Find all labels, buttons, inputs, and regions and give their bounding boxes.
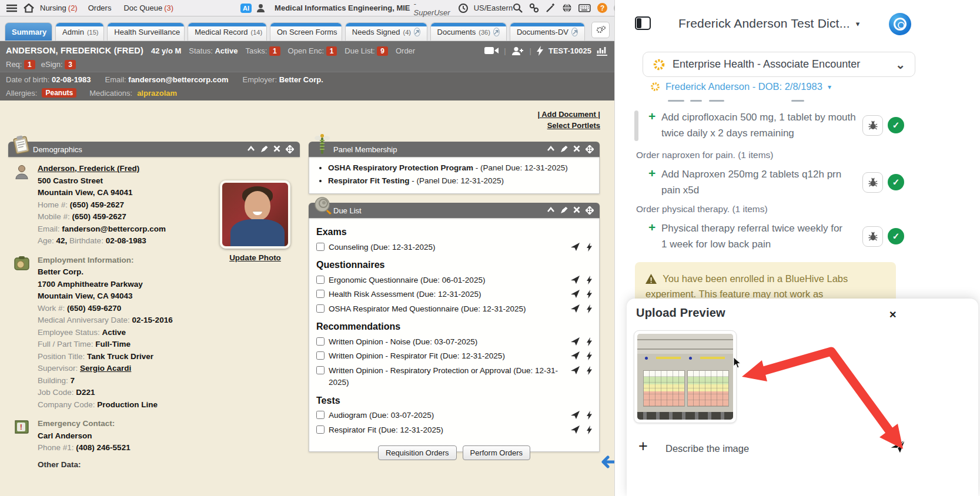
home-icon[interactable] bbox=[24, 4, 34, 13]
lightning-icon[interactable] bbox=[587, 243, 592, 252]
send-icon[interactable] bbox=[571, 351, 580, 360]
due-item-checkbox[interactable] bbox=[316, 243, 325, 251]
due-item-checkbox[interactable] bbox=[316, 411, 325, 419]
send-icon[interactable] bbox=[571, 243, 580, 251]
medication-value[interactable]: alprazolam bbox=[137, 89, 177, 98]
send-icon[interactable] bbox=[571, 425, 580, 434]
select-portlets-link[interactable]: Select Portlets bbox=[538, 120, 600, 131]
keyboard-icon[interactable] bbox=[578, 4, 591, 12]
due-item-checkbox[interactable] bbox=[316, 366, 325, 374]
collapse-icon[interactable] bbox=[247, 145, 255, 152]
due-list-count[interactable]: Due List: 9 bbox=[344, 46, 388, 55]
open-enc-count-badge[interactable]: 1 bbox=[326, 46, 337, 56]
send-icon[interactable] bbox=[571, 304, 580, 313]
nav-orders[interactable]: Orders bbox=[88, 4, 113, 12]
update-photo-link[interactable]: Update Photo bbox=[229, 252, 281, 264]
tab-on-screen-forms[interactable]: On Screen Forms bbox=[270, 22, 342, 41]
debug-button[interactable] bbox=[862, 115, 883, 136]
add-order-icon[interactable]: + bbox=[648, 166, 661, 180]
tasks-count-badge[interactable]: 1 bbox=[269, 46, 280, 56]
close-icon[interactable] bbox=[273, 145, 280, 152]
lightning-icon[interactable] bbox=[587, 304, 592, 313]
edit-icon[interactable] bbox=[260, 145, 268, 153]
tab-needs-signed[interactable]: Needs Signed(4) bbox=[345, 22, 427, 41]
debug-button[interactable] bbox=[862, 172, 883, 193]
perform-orders-button[interactable]: Perform Orders bbox=[463, 445, 531, 460]
send-icon[interactable] bbox=[571, 276, 580, 284]
tab-documents-dv[interactable]: Documents-DV bbox=[510, 22, 585, 41]
add-order-icon[interactable]: + bbox=[648, 109, 661, 123]
due-list-count-badge[interactable]: 9 bbox=[377, 46, 388, 56]
lightning-icon[interactable] bbox=[587, 366, 592, 375]
send-icon[interactable] bbox=[571, 366, 580, 374]
supervisor-link[interactable]: Sergio Acardi bbox=[80, 364, 131, 373]
due-item-checkbox[interactable] bbox=[316, 337, 325, 346]
ai-badge[interactable]: AI bbox=[240, 4, 252, 13]
panel-membership-header[interactable]: Panel Membership bbox=[309, 142, 600, 157]
lightning-icon[interactable] bbox=[587, 337, 592, 346]
add-person-icon[interactable] bbox=[511, 46, 524, 55]
move-icon[interactable] bbox=[586, 206, 594, 215]
req-count[interactable]: Req: 1 bbox=[6, 60, 35, 69]
nav-doc-queue[interactable]: Doc Queue(3) bbox=[123, 4, 173, 12]
hamburger-menu-icon[interactable] bbox=[6, 4, 18, 12]
upload-thumbnail[interactable] bbox=[634, 330, 737, 423]
open-encounters[interactable]: Open Enc: 1 bbox=[288, 46, 337, 55]
add-document-link[interactable]: | Add Document | bbox=[538, 109, 600, 120]
nav-nursing[interactable]: Nursing(2) bbox=[40, 4, 78, 12]
sidebar-toggle-icon[interactable] bbox=[635, 16, 651, 30]
lightning-icon[interactable] bbox=[587, 276, 592, 284]
tab-settings-button[interactable] bbox=[591, 22, 610, 38]
due-item-checkbox[interactable] bbox=[316, 351, 325, 360]
send-icon[interactable] bbox=[890, 440, 905, 456]
order-link[interactable]: Order bbox=[396, 46, 415, 55]
tab-admin[interactable]: Admin(15) bbox=[55, 22, 104, 41]
collapse-icon[interactable] bbox=[547, 145, 555, 152]
encounter-selector[interactable]: Enterprise Health - Associate Encounter … bbox=[643, 52, 915, 77]
requisition-orders-button[interactable]: Requisition Orders bbox=[378, 445, 457, 460]
chart-icon[interactable] bbox=[597, 46, 608, 56]
send-icon[interactable] bbox=[571, 337, 580, 346]
tasks[interactable]: Tasks: 1 bbox=[245, 46, 280, 55]
esign-count[interactable]: eSign: 3 bbox=[41, 60, 76, 69]
tab-medical-record[interactable]: Medical Record(14) bbox=[188, 22, 267, 41]
globe-icon[interactable] bbox=[562, 3, 572, 13]
due-item-checkbox[interactable] bbox=[316, 425, 325, 434]
close-icon[interactable] bbox=[573, 145, 580, 152]
lightning-icon[interactable] bbox=[587, 351, 592, 360]
describe-image-input[interactable]: Describe the image bbox=[665, 443, 749, 454]
due-item-checkbox[interactable] bbox=[316, 304, 325, 313]
link-icon[interactable] bbox=[529, 3, 539, 13]
app-logo[interactable] bbox=[889, 13, 911, 35]
close-icon[interactable] bbox=[573, 206, 580, 213]
due-item-checkbox[interactable] bbox=[316, 290, 325, 298]
move-icon[interactable] bbox=[286, 145, 294, 153]
collapse-panel-arrow-icon[interactable] bbox=[600, 454, 614, 472]
edit-icon[interactable] bbox=[560, 145, 568, 153]
lightning-icon[interactable] bbox=[587, 411, 592, 420]
send-icon[interactable] bbox=[571, 411, 580, 419]
help-icon[interactable]: ? bbox=[597, 3, 607, 13]
dictation-title-dropdown[interactable]: Frederick Anderson Test Dict... ▾ bbox=[678, 16, 859, 31]
patient-context-dropdown[interactable]: Frederick Anderson - DOB: 2/8/1983 ▾ bbox=[650, 81, 831, 92]
lightning-icon[interactable] bbox=[537, 46, 543, 56]
wand-icon[interactable] bbox=[546, 3, 556, 13]
timezone-label[interactable]: US/Eastern bbox=[474, 4, 513, 12]
demographics-header[interactable]: Demographics bbox=[8, 142, 300, 157]
add-order-icon[interactable]: + bbox=[648, 220, 661, 234]
attach-plus-button[interactable]: + bbox=[638, 437, 648, 455]
scrollbar-thumb[interactable] bbox=[634, 110, 638, 141]
patient-name[interactable]: ANDERSON, FREDERICK (FRED) bbox=[6, 46, 143, 55]
due-item-checkbox[interactable] bbox=[316, 276, 325, 284]
lightning-icon[interactable] bbox=[587, 425, 592, 434]
tab-summary[interactable]: Summary bbox=[5, 22, 52, 41]
close-icon[interactable]: ✕ bbox=[889, 309, 897, 320]
lightning-icon[interactable] bbox=[587, 290, 592, 299]
video-camera-icon[interactable] bbox=[484, 46, 499, 55]
edit-icon[interactable] bbox=[560, 206, 568, 214]
move-icon[interactable] bbox=[586, 145, 594, 153]
due-list-header[interactable]: Due List bbox=[309, 203, 600, 218]
tab-health-surveillance[interactable]: Health Surveillance bbox=[107, 22, 185, 41]
collapse-icon[interactable] bbox=[547, 206, 555, 213]
send-icon[interactable] bbox=[571, 290, 580, 298]
